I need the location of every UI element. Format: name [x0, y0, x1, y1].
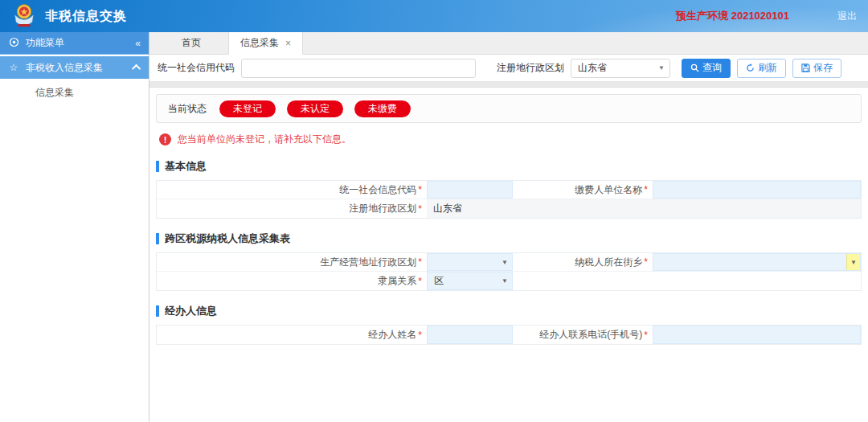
warning-icon: ! [159, 133, 171, 145]
sidebar-collapse-icon[interactable]: « [135, 38, 141, 49]
agent-name-field-label: 经办人姓名* [157, 326, 427, 344]
biz-region-dropdown[interactable]: ▼ [427, 253, 513, 271]
environment-label: 预生产环境 2021020101 [676, 9, 789, 23]
chevron-down-icon: ▼ [658, 64, 665, 72]
basic-info-table: 统一社会信息代码* 缴费人单位名称* 注册地行政区划* 山东省 [156, 180, 862, 219]
street-dropdown[interactable]: ▼ [653, 253, 861, 271]
tab-home[interactable]: 首页 [154, 32, 228, 54]
tax-bureau-logo [11, 3, 37, 29]
star-icon: ☆ [8, 62, 19, 73]
section-basic-title-text: 基本信息 [165, 159, 207, 174]
sidebar-item-label: 信息采集 [35, 86, 74, 100]
table-row: 经办人姓名* 经办人联系电话(手机号)* [157, 326, 861, 344]
refresh-button[interactable]: 刷新 [737, 59, 786, 78]
chevron-down-icon: ▼ [502, 259, 508, 266]
tab-bar: 首页 信息采集 × [149, 32, 868, 55]
region-select[interactable]: 山东省 ▼ [571, 59, 670, 78]
save-button-label: 保存 [813, 61, 833, 75]
sidebar-menu-header[interactable]: 功能菜单 « [0, 32, 149, 55]
divider [149, 82, 868, 88]
refresh-button-label: 刷新 [758, 61, 777, 75]
credit-code-field-label: 统一社会信息代码* [157, 181, 427, 199]
section-bar-icon [156, 305, 159, 317]
section-agent-title-text: 经办人信息 [165, 304, 217, 318]
region-search-label: 注册地行政区划 [497, 61, 564, 75]
chevron-down-icon: ▼ [846, 254, 860, 270]
table-row: 统一社会信息代码* 缴费人单位名称* [157, 181, 861, 199]
menu-gear-icon [8, 37, 19, 50]
logout-link[interactable]: 退出 [837, 10, 857, 23]
payer-name-field-label: 缴费人单位名称* [513, 181, 653, 199]
search-toolbar: 统一社会信用代码 注册地行政区划 山东省 ▼ 查询 刷新 保存 [149, 55, 868, 82]
empty-cell [513, 272, 861, 290]
credit-code-field-input[interactable] [427, 181, 513, 199]
tab-collection-label: 信息采集 [240, 36, 279, 50]
status-panel: 当前状态 未登记 未认定 未缴费 [156, 94, 862, 123]
section-basic-title: 基本信息 [156, 159, 862, 174]
affiliation-field-label: 隶属关系* [157, 272, 427, 290]
credit-code-search-input[interactable] [241, 59, 476, 78]
status-badge-unrecognized: 未认定 [287, 100, 343, 117]
chevron-down-icon: ▼ [502, 277, 508, 285]
biz-region-field-label: 生产经营地址行政区划* [157, 253, 427, 271]
agent-phone-field-input[interactable] [653, 326, 861, 344]
section-cross-title-text: 跨区税源纳税人信息采集表 [165, 231, 290, 246]
affiliation-dropdown[interactable]: 区 ▼ [427, 272, 513, 290]
sidebar: 功能菜单 « ☆ 非税收入信息采集 信息采集 [0, 32, 149, 422]
street-field-label: 纳税人所在街乡* [513, 253, 653, 271]
reg-region-field-label: 注册地行政区划* [157, 199, 427, 218]
agent-info-table: 经办人姓名* 经办人联系电话(手机号)* [156, 325, 862, 345]
section-agent-title: 经办人信息 [156, 304, 862, 318]
tab-close-icon[interactable]: × [285, 38, 291, 49]
sidebar-item-collection[interactable]: 信息采集 [0, 82, 149, 103]
table-row: 隶属关系* 区 ▼ [157, 272, 861, 290]
status-badge-unpaid: 未缴费 [354, 100, 411, 117]
save-icon [801, 64, 810, 72]
status-badge-unregistered: 未登记 [219, 100, 276, 117]
tab-home-label: 首页 [182, 36, 201, 50]
refresh-icon [746, 64, 755, 72]
query-button-label: 查询 [702, 61, 722, 75]
save-button[interactable]: 保存 [792, 59, 841, 78]
tab-collection[interactable]: 信息采集 × [228, 32, 303, 55]
sidebar-group-nonrevenue[interactable]: ☆ 非税收入信息采集 [0, 56, 149, 79]
region-select-value: 山东省 [578, 61, 607, 75]
warning-message: 您当前单位尚未登记，请补充以下信息。 [178, 133, 351, 146]
table-row: 生产经营地址行政区划* ▼ 纳税人所在街乡* ▼ [157, 253, 861, 272]
chevron-up-icon [132, 64, 141, 73]
payer-name-field-input[interactable] [653, 181, 861, 199]
page-title: 非税信息交换 [45, 8, 127, 25]
reg-region-field-value: 山东省 [427, 199, 861, 218]
sidebar-group-label: 非税收入信息采集 [26, 61, 103, 75]
section-cross-title: 跨区税源纳税人信息采集表 [156, 231, 862, 246]
agent-name-field-input[interactable] [427, 326, 513, 344]
cross-district-table: 生产经营地址行政区划* ▼ 纳税人所在街乡* ▼ 隶属关系* [156, 252, 862, 291]
section-bar-icon [156, 161, 159, 172]
credit-code-search-label: 统一社会信用代码 [158, 61, 235, 75]
table-row: 注册地行政区划* 山东省 [157, 199, 861, 218]
sidebar-menu-title: 功能菜单 [26, 36, 64, 50]
affiliation-dropdown-value: 区 [434, 274, 444, 288]
app-header: 非税信息交换 预生产环境 2021020101 退出 [0, 0, 868, 32]
section-bar-icon [156, 233, 159, 244]
status-label: 当前状态 [168, 102, 207, 116]
agent-phone-field-label: 经办人联系电话(手机号)* [513, 326, 653, 344]
warning-row: ! 您当前单位尚未登记，请补充以下信息。 [159, 133, 858, 146]
query-button[interactable]: 查询 [682, 59, 731, 78]
search-icon [690, 64, 699, 72]
